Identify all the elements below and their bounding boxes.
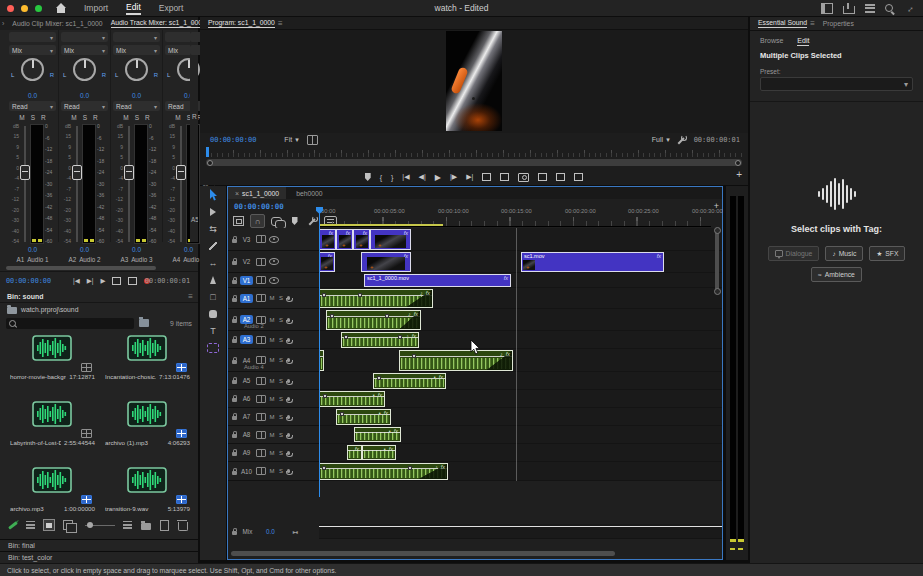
video-clip[interactable]: fx xyxy=(353,229,370,250)
subtab-browse[interactable]: Browse xyxy=(760,37,783,46)
audio-track-header[interactable]: A9 M S xyxy=(228,444,319,462)
fade-handle[interactable] xyxy=(322,466,326,470)
close-window-button[interactable] xyxy=(7,5,14,12)
playhead-line[interactable] xyxy=(319,207,320,497)
voiceover-mic-icon[interactable] xyxy=(287,415,290,419)
home-icon[interactable] xyxy=(56,4,66,13)
lift-button[interactable] xyxy=(482,173,491,181)
automation-mode-dropdown[interactable]: Read▾ xyxy=(113,101,160,111)
volume-fader[interactable] xyxy=(20,124,29,244)
new-search-bin-icon[interactable] xyxy=(139,319,149,327)
channel-name[interactable]: Audio 2 xyxy=(79,256,100,263)
zoom-level-dropdown[interactable]: Fit▾ xyxy=(284,136,298,144)
panel-layout-icon[interactable] xyxy=(821,3,833,14)
mix-level-value[interactable]: 0.0 xyxy=(266,528,275,535)
audio-clip[interactable]: ♪fx xyxy=(319,289,433,308)
subtab-edit[interactable]: Edit xyxy=(797,37,809,46)
audio-track-header[interactable]: A2 M S Audio 2 xyxy=(228,309,319,331)
clip-name[interactable]: transition-9.wav xyxy=(105,505,165,512)
lock-icon[interactable] xyxy=(232,298,237,302)
linked-selection-icon[interactable] xyxy=(270,215,283,227)
solo-button[interactable]: S xyxy=(278,337,284,343)
fader-handle[interactable] xyxy=(72,165,82,180)
timeline-vscrollbar[interactable] xyxy=(715,229,719,293)
search-input[interactable] xyxy=(20,318,132,329)
track-visibility-eye-icon[interactable] xyxy=(269,258,279,265)
channel-name[interactable]: Audio 1 xyxy=(27,256,48,263)
fullscreen-icon[interactable]: ↔ xyxy=(903,2,916,15)
add-marker-button[interactable] xyxy=(365,173,371,181)
goto-out-button[interactable]: ▶| xyxy=(466,173,473,181)
tag-button-ambience[interactable]: ≈ Ambience xyxy=(811,267,862,282)
vscroll-handle-bottom[interactable] xyxy=(714,288,721,295)
solo-button[interactable]: S xyxy=(278,468,284,474)
mute-button[interactable]: M xyxy=(269,396,275,402)
panel-collapse-icon[interactable]: › xyxy=(2,20,4,27)
track-target-button[interactable]: V1 xyxy=(240,276,253,285)
sort-icon[interactable] xyxy=(123,521,132,529)
collapsed-bin-final[interactable]: Bin: final xyxy=(0,539,198,551)
input-assign-dropdown[interactable]: ▾ xyxy=(61,32,108,42)
clip-badge-icon[interactable] xyxy=(176,429,187,438)
mute-button[interactable]: M xyxy=(269,450,275,456)
track-target-button[interactable]: A3 xyxy=(240,335,253,344)
output-assign-dropdown[interactable]: Mix▾ xyxy=(61,45,108,55)
solo-button[interactable]: S xyxy=(278,357,284,363)
audio-clip[interactable]: ♪fx xyxy=(399,350,513,371)
lock-icon[interactable] xyxy=(232,360,237,364)
track-visibility-eye-icon[interactable] xyxy=(269,277,279,284)
play-button[interactable]: ▶ xyxy=(435,173,441,182)
bin-item[interactable]: horror-movie-backgrou... 17:12871 xyxy=(6,335,97,381)
scrubber-playhead[interactable] xyxy=(206,147,209,157)
mute-button[interactable]: M xyxy=(269,414,275,420)
captions-tool[interactable] xyxy=(200,339,226,356)
audio-clip[interactable]: •fx xyxy=(354,427,401,442)
track-target-button[interactable]: A6 xyxy=(240,394,253,403)
fader-value[interactable]: 0.0 xyxy=(113,246,160,253)
clip-name[interactable]: Labyrinth-of-Lost-Dre... xyxy=(10,439,61,446)
tab-sequence-2[interactable]: beh0000 xyxy=(286,190,332,197)
track-target-button[interactable]: A9 xyxy=(240,448,253,457)
mute-button[interactable]: M xyxy=(269,468,275,474)
audio-track-header[interactable]: A8 M S xyxy=(228,426,319,444)
track-select-forward-tool[interactable] xyxy=(200,203,226,220)
source-patch-icon[interactable] xyxy=(256,258,266,266)
comparison-view-button[interactable] xyxy=(574,173,583,181)
voiceover-mic-icon[interactable] xyxy=(287,296,290,300)
zoom-slider[interactable] xyxy=(85,525,115,526)
close-icon[interactable]: × xyxy=(235,190,239,197)
solo-button[interactable]: S xyxy=(278,317,284,323)
lock-icon[interactable] xyxy=(232,239,237,243)
goto-out-button[interactable]: ▶| xyxy=(87,277,94,285)
edit-pencil-icon[interactable] xyxy=(8,521,17,529)
preset-dropdown[interactable]: ▾ xyxy=(760,77,913,91)
audio-clip[interactable]: •fx xyxy=(362,445,396,460)
menu-export[interactable]: Export xyxy=(159,3,184,13)
clip-name[interactable]: archivo (1).mp3 xyxy=(105,439,165,446)
extract-button[interactable] xyxy=(500,173,509,181)
video-track-header[interactable]: V2 xyxy=(228,251,319,273)
audio-track-header[interactable]: A7 M S xyxy=(228,408,319,426)
solo-button[interactable]: S xyxy=(278,432,284,438)
tag-button[interactable]: ★ SFX xyxy=(869,246,905,261)
fade-handle[interactable] xyxy=(412,354,416,358)
audio-clip[interactable]: •fx xyxy=(319,391,385,407)
source-patch-icon[interactable] xyxy=(256,276,266,284)
mute-button[interactable]: M xyxy=(269,317,275,323)
track-target-button[interactable]: A8 xyxy=(240,430,253,439)
zoom-handle-right[interactable] xyxy=(735,160,741,166)
mute-button[interactable]: M xyxy=(71,114,76,124)
goto-in-button[interactable]: |◀ xyxy=(402,173,409,181)
tab-program[interactable]: Program: sc1_1_0000 xyxy=(208,19,275,28)
voiceover-mic-icon[interactable] xyxy=(287,318,290,322)
program-playhead-timecode[interactable]: 00:00:00:00 xyxy=(210,136,256,144)
pan-knob[interactable] xyxy=(73,58,96,81)
video-clip-sc1[interactable]: sc1.movfx xyxy=(521,252,664,272)
bin-title[interactable]: Bin: sound xyxy=(7,293,44,300)
menu-edit[interactable]: Edit xyxy=(126,2,141,15)
lock-icon[interactable] xyxy=(232,380,237,384)
selection-tool[interactable] xyxy=(200,186,226,203)
panel-menu-icon[interactable]: ≡ xyxy=(188,292,193,301)
lock-icon[interactable] xyxy=(232,434,237,438)
lock-icon[interactable] xyxy=(232,471,237,475)
